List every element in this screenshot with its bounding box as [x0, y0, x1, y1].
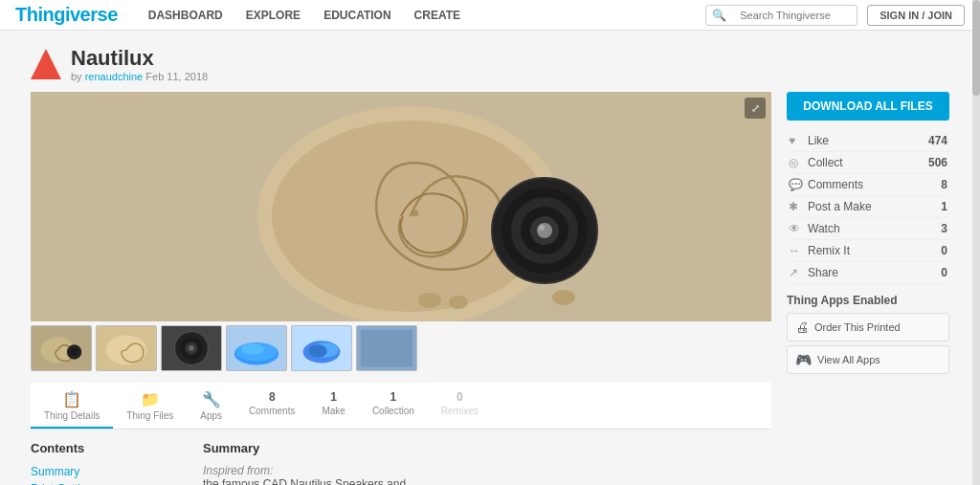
thing-details-icon: 📋 [62, 390, 81, 408]
collect-label: Collect [806, 152, 913, 174]
comments-stat-icon: 💬 [787, 174, 806, 196]
svg-point-1 [151, 110, 153, 112]
nav-explore[interactable]: EXPLORE [234, 0, 312, 31]
thumb-img-3 [162, 326, 221, 370]
top-nav: Thingiverse DASHBOARD EXPLORE EDUCATION … [0, 0, 980, 31]
order-printed-button[interactable]: 🖨 Order This Printed [787, 313, 949, 342]
tab-comments-label: Comments [249, 406, 295, 416]
tab-thing-files-label: Thing Files [126, 410, 173, 421]
main-image-container: ⤢ [31, 92, 771, 321]
comments-count: 8 [269, 390, 276, 404]
tabs-row: 📋 Thing Details 📁 Thing Files 🔧 Apps 8 C… [31, 383, 771, 430]
printer-icon: 🖨 [795, 320, 809, 335]
signin-button[interactable]: SIGN IN / JOIN [867, 5, 965, 26]
svg-point-26 [189, 345, 194, 351]
share-label: Share [806, 262, 913, 284]
remix-label: Remix It [806, 240, 913, 262]
thumbnail-1[interactable] [31, 325, 92, 371]
nav-dashboard[interactable]: DASHBOARD [137, 0, 234, 31]
make-count: 1 [330, 390, 337, 404]
site-logo[interactable]: Thingiverse [15, 4, 118, 26]
expand-button[interactable]: ⤢ [745, 98, 766, 119]
thing-title: Nautilux [71, 46, 208, 71]
contents-column: Contents Summary Print Settings Post-Pri… [31, 441, 184, 485]
watch-count: 3 [913, 218, 949, 240]
thumbnail-2[interactable] [96, 325, 157, 371]
tab-thing-files[interactable]: 📁 Thing Files [113, 383, 187, 429]
remixes-count: 0 [457, 390, 463, 404]
stat-row-like[interactable]: ♥ Like 474 [787, 130, 949, 152]
contents-list: Summary Print Settings Post-Printing [31, 463, 184, 485]
tab-comments[interactable]: 8 Comments [235, 383, 308, 429]
inspired-from-label: Inspired from: [203, 464, 273, 477]
stat-row-remix[interactable]: ↔ Remix It 0 [787, 240, 949, 262]
summary-title: Summary [203, 441, 771, 455]
contents-item-print-settings[interactable]: Print Settings [31, 480, 184, 485]
thumbnail-4[interactable] [226, 325, 287, 371]
nav-education[interactable]: EDUCATION [312, 0, 402, 31]
inspired-label: Inspired from: [203, 463, 771, 477]
collect-count: 506 [913, 152, 949, 174]
two-col-layout: ⤢ [31, 92, 949, 485]
svg-point-11 [539, 225, 545, 231]
scrollbar-thumb[interactable] [972, 0, 980, 96]
search-input[interactable] [732, 10, 857, 21]
thing-files-icon: 📁 [141, 390, 160, 408]
scrollbar[interactable] [972, 0, 980, 485]
tab-remixes[interactable]: 0 Remixes [428, 383, 492, 429]
collection-count: 1 [390, 390, 396, 404]
svg-point-14 [552, 290, 575, 305]
share-icon: ↗ [787, 262, 806, 284]
apps-icon: 🔧 [202, 390, 221, 408]
like-label: Like [806, 130, 913, 152]
view-all-apps-button[interactable]: 🎮 View All Apps [787, 345, 949, 374]
tab-make[interactable]: 1 Make [308, 383, 358, 429]
watch-icon: 👁 [787, 218, 806, 240]
make-stat-icon: ✱ [787, 196, 806, 218]
thumbnail-6[interactable] [356, 325, 417, 371]
tab-collection[interactable]: 1 Collection [359, 383, 428, 429]
date: Feb 11, 2018 [145, 71, 208, 82]
comments-stat-label: Comments [806, 174, 913, 196]
svg-point-13 [449, 296, 468, 309]
nav-create[interactable]: CREATE [403, 0, 472, 31]
thumb-img-1 [32, 326, 91, 370]
byline: by renaudchine Feb 11, 2018 [71, 71, 208, 82]
svg-rect-36 [361, 330, 412, 367]
stat-row-comments[interactable]: 💬 Comments 8 [787, 174, 949, 196]
stat-row-watch[interactable]: 👁 Watch 3 [787, 218, 949, 240]
main-image [31, 92, 771, 321]
apps-grid-icon: 🎮 [795, 352, 812, 367]
search-bar: 🔍 [705, 5, 858, 26]
stat-row-make[interactable]: ✱ Post a Make 1 [787, 196, 949, 218]
title-info: Nautilux by renaudchine Feb 11, 2018 [71, 46, 208, 82]
title-row: Nautilux by renaudchine Feb 11, 2018 [31, 46, 949, 82]
tab-collection-label: Collection [372, 406, 414, 416]
thumbnails [31, 325, 771, 371]
tab-thing-details-label: Thing Details [44, 410, 100, 421]
stat-row-collect[interactable]: ◎ Collect 506 [787, 152, 949, 174]
bottom-row: Contents Summary Print Settings Post-Pri… [31, 441, 771, 485]
search-icon: 🔍 [706, 9, 732, 22]
svg-point-12 [418, 293, 441, 308]
thumbnail-3[interactable] [161, 325, 222, 371]
watch-label: Watch [806, 218, 913, 240]
remix-count: 0 [913, 240, 949, 262]
order-printed-label: Order This Printed [814, 321, 901, 333]
thumb-img-2 [97, 326, 156, 370]
stat-row-share[interactable]: ↗ Share 0 [787, 262, 949, 284]
author-link[interactable]: renaudchine [85, 71, 144, 82]
tab-thing-details[interactable]: 📋 Thing Details [31, 383, 113, 429]
svg-point-30 [242, 343, 264, 355]
thumbnail-5[interactable] [291, 325, 352, 371]
make-stat-count: 1 [913, 196, 949, 218]
download-button[interactable]: DOWNLOAD ALL FILES [787, 92, 949, 121]
contents-item-summary[interactable]: Summary [31, 463, 184, 480]
collect-icon: ◎ [787, 152, 806, 174]
tab-apps[interactable]: 🔧 Apps [187, 383, 235, 429]
comments-stat-count: 8 [913, 174, 949, 196]
svg-point-10 [537, 223, 552, 238]
tab-apps-label: Apps [200, 410, 222, 421]
contents-title: Contents [31, 441, 184, 455]
thumb-img-6 [357, 326, 416, 370]
